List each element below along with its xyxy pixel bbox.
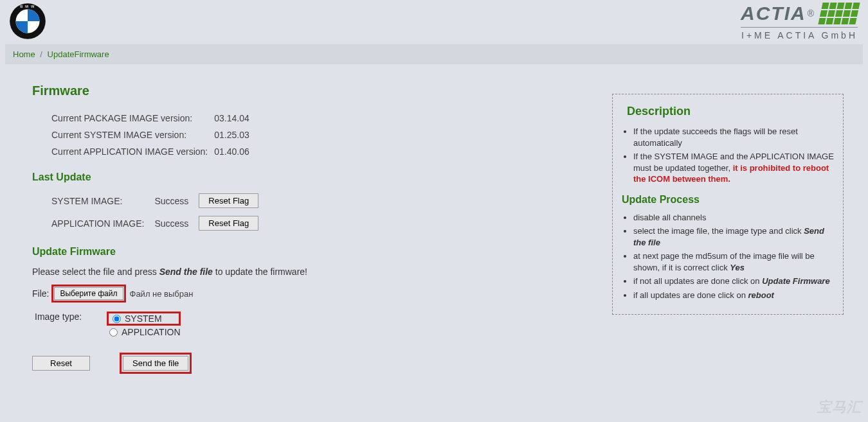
svg-text:B M W: B M W [20,4,35,8]
description-title: Description [627,105,834,118]
last-update-title: Last Update [32,171,599,183]
send-file-button[interactable]: Send the file [123,356,188,371]
breadcrumb-home[interactable]: Home [13,49,35,59]
actia-logo: ACTIA ® I+ME ACTIA GmbH [741,3,858,40]
list-item: if not all updates are done click on Upd… [633,276,834,287]
table-row: Current PACKAGE IMAGE version: 03.14.04 [51,110,256,127]
list-item: if all updates are done click on reboot [633,290,834,301]
page-title: Firmware [32,84,599,98]
version-table: Current PACKAGE IMAGE version: 03.14.04 … [51,110,256,160]
list-item: disable all channels [633,212,834,224]
description-box: Description If the update succeeds the f… [612,94,844,315]
radio-application-label: APPLICATION [122,327,181,337]
list-item: select the image file, the image type an… [633,225,834,248]
file-row: File: Выберите файл Файл не выбран [32,285,599,303]
version-label: Current PACKAGE IMAGE version: [51,110,214,127]
list-item: If the update succeeds the flags will be… [633,126,834,148]
radio-system[interactable] [113,315,121,323]
update-status: Success [154,212,199,234]
list-item: If the SYSTEM IMAGE and the APPLICATION … [633,151,834,185]
table-row: Current SYSTEM IMAGE version: 01.25.03 [51,127,256,143]
table-row: Current APPLICATION IMAGE version: 01.40… [51,143,256,160]
file-label: File: [32,288,49,299]
breadcrumb: Home / UpdateFirmware [5,44,863,64]
actia-bars-icon [818,3,860,24]
version-value: 01.25.03 [214,127,256,143]
reset-flag-button[interactable]: Reset Flag [199,216,258,231]
update-status: Success [154,189,199,212]
update-process-title: Update Process [622,194,834,206]
version-label: Current APPLICATION IMAGE version: [51,143,214,160]
table-row: APPLICATION IMAGE: Success Reset Flag [51,212,269,234]
update-firmware-title: Update Firmware [32,246,599,258]
version-value: 03.14.04 [214,110,256,127]
instruction-text: Please select the file and press Send th… [32,267,599,277]
list-item: at next page the md5sum of the image fil… [633,251,834,273]
update-label: SYSTEM IMAGE: [51,189,154,212]
update-label: APPLICATION IMAGE: [51,212,154,234]
reset-button[interactable]: Reset [32,356,90,371]
reset-flag-button[interactable]: Reset Flag [199,193,258,208]
choose-file-button[interactable]: Выберите файл [54,287,123,300]
radio-application[interactable] [109,328,118,337]
actia-subtitle: I+ME ACTIA GmbH [741,27,858,40]
breadcrumb-current[interactable]: UpdateFirmware [48,49,109,59]
file-status: Файл не выбран [130,289,194,299]
last-update-table: SYSTEM IMAGE: Success Reset Flag APPLICA… [51,189,269,234]
version-value: 01.40.06 [214,143,256,160]
table-row: SYSTEM IMAGE: Success Reset Flag [51,189,269,212]
watermark: 宝马汇 [817,398,862,417]
radio-system-label: SYSTEM [125,313,162,324]
version-label: Current SYSTEM IMAGE version: [51,127,214,143]
actia-name: ACTIA [741,3,806,24]
image-type-label: Image type: [35,312,107,322]
bmw-logo: B M W [9,3,46,40]
